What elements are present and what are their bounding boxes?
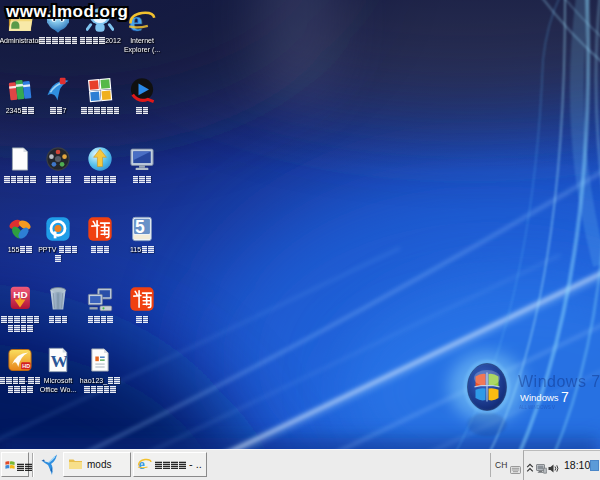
svg-text:7: 7 xyxy=(561,389,569,405)
svg-text:5: 5 xyxy=(135,217,145,237)
svg-text:ALL WINDOWS V: ALL WINDOWS V xyxy=(519,405,555,410)
svg-text:Windows: Windows xyxy=(520,392,559,403)
svg-text:W: W xyxy=(50,351,68,371)
svg-text:Windows 7: Windows 7 xyxy=(518,373,600,390)
